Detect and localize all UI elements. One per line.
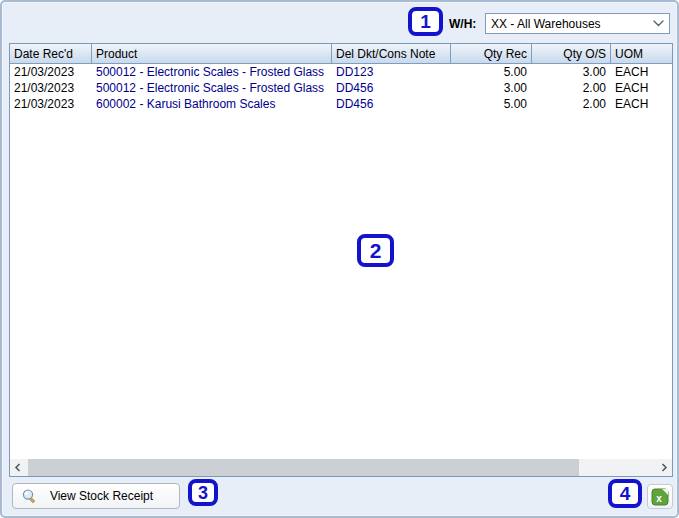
cell-del-note: DD123 [332, 64, 451, 80]
warehouse-dropdown[interactable]: XX - All Warehouses [485, 13, 670, 34]
cell-uom: EACH [611, 64, 672, 80]
cell-uom: EACH [611, 80, 672, 96]
cell-del-note: DD456 [332, 80, 451, 96]
cell-qty-os: 3.00 [532, 64, 611, 80]
cell-uom: EACH [611, 96, 672, 112]
cell-date-recd: 21/03/2023 [10, 80, 92, 96]
cell-qty-rec: 3.00 [451, 80, 532, 96]
svg-text:x: x [656, 492, 662, 503]
cell-product[interactable]: 600002 - Karusi Bathroom Scales [92, 96, 332, 112]
column-header-product[interactable]: Product [92, 44, 332, 63]
excel-export-icon: x [651, 488, 669, 506]
annotation-badge-2: 2 [357, 234, 394, 267]
table-row[interactable]: 21/03/2023 500012 - Electronic Scales - … [10, 64, 672, 80]
annotation-badge-1: 1 [408, 7, 443, 36]
stock-receipts-window: 1 W/H: XX - All Warehouses Date Rec'd Pr… [0, 0, 679, 518]
magnifier-icon [21, 488, 38, 505]
view-stock-receipt-button[interactable]: View Stock Receipt [12, 483, 180, 509]
cell-qty-os: 2.00 [532, 80, 611, 96]
cell-date-recd: 21/03/2023 [10, 64, 92, 80]
chevron-down-icon [653, 20, 664, 27]
cell-product[interactable]: 500012 - Electronic Scales - Frosted Gla… [92, 64, 332, 80]
column-header-qty-rec[interactable]: Qty Rec [451, 44, 532, 63]
chevron-right-icon[interactable] [656, 459, 672, 476]
cell-qty-rec: 5.00 [451, 96, 532, 112]
chevron-left-icon[interactable] [10, 459, 26, 476]
cell-qty-rec: 5.00 [451, 64, 532, 80]
cell-product[interactable]: 500012 - Electronic Scales - Frosted Gla… [92, 80, 332, 96]
scrollbar-thumb[interactable] [28, 459, 579, 476]
annotation-badge-4: 4 [608, 479, 642, 508]
column-header-del-note[interactable]: Del Dkt/Cons Note [332, 44, 451, 63]
cell-del-note: DD456 [332, 96, 451, 112]
table-row[interactable]: 21/03/2023 600002 - Karusi Bathroom Scal… [10, 96, 672, 112]
cell-qty-os: 2.00 [532, 96, 611, 112]
stock-receipts-grid: Date Rec'd Product Del Dkt/Cons Note Qty… [9, 43, 673, 477]
column-header-uom[interactable]: UOM [611, 44, 672, 63]
scrollbar-track[interactable] [26, 459, 656, 476]
cell-date-recd: 21/03/2023 [10, 96, 92, 112]
warehouse-dropdown-value: XX - All Warehouses [491, 17, 601, 31]
annotation-badge-3: 3 [188, 479, 218, 506]
column-header-date-recd[interactable]: Date Rec'd [10, 44, 92, 63]
table-row[interactable]: 21/03/2023 500012 - Electronic Scales - … [10, 80, 672, 96]
warehouse-label: W/H: [449, 17, 476, 31]
column-header-qty-os[interactable]: Qty O/S [532, 44, 611, 63]
grid-header-row: Date Rec'd Product Del Dkt/Cons Note Qty… [10, 44, 672, 64]
view-stock-receipt-label: View Stock Receipt [38, 489, 179, 503]
horizontal-scrollbar[interactable] [10, 459, 672, 476]
excel-export-button[interactable]: x [647, 484, 673, 509]
